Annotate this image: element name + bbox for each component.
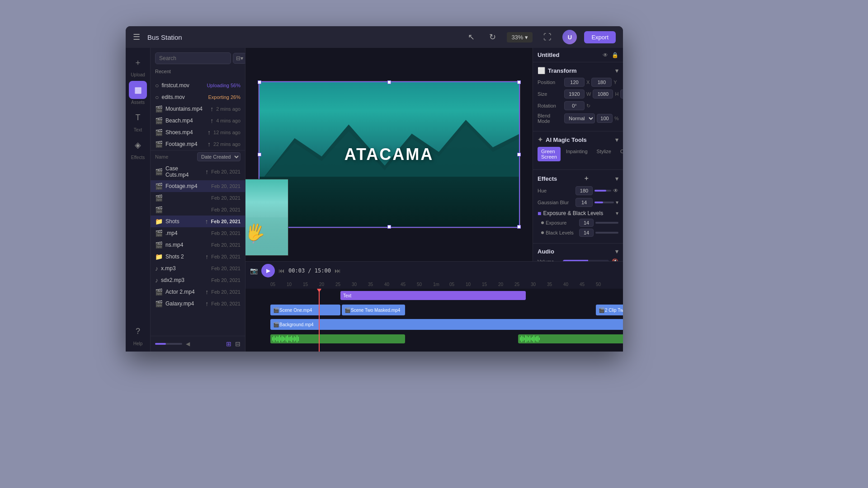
ruler-mark: 40	[563, 282, 580, 287]
audio-label: Audio	[538, 248, 554, 255]
sidebar-item-text[interactable]: T Text	[129, 108, 147, 132]
tab-color[interactable]: Color	[617, 147, 623, 161]
add-effect-button[interactable]: ＋	[583, 174, 590, 183]
black-levels-input[interactable]	[579, 229, 594, 237]
exposure-section-header[interactable]: ■ Exposure & Black Levels ▾	[538, 210, 618, 217]
file-item-casecuts[interactable]: 🎬 Case Cuts.mp4 ↑ Feb 20, 2021	[151, 163, 245, 180]
file-item-footage2[interactable]: 🎬 Footage.mp4 Feb 20, 2021	[151, 180, 245, 192]
black-levels-slider[interactable]	[595, 232, 618, 234]
sidebar-item-effects[interactable]: ◈ Effects	[129, 136, 147, 160]
file-item-shoes[interactable]: 🎬 Shoes.mp4 ↑ 12 mins ago	[151, 127, 245, 138]
search-input[interactable]	[155, 52, 231, 64]
audio-clip-2[interactable]	[518, 334, 623, 343]
position-y-input[interactable]	[591, 78, 612, 87]
file-time: 2 mins ago	[216, 106, 241, 112]
file-item-edits[interactable]: ○ edits.mov Exporting 26%	[151, 91, 245, 103]
tab-green-screen[interactable]: Green Screen	[538, 147, 561, 161]
ai-tabs: Green Screen Inpainting Stylize Color	[538, 147, 618, 161]
file-item-firstcut[interactable]: ○ firstcut.mov Uploading 56%	[151, 80, 245, 91]
black-levels-dot	[541, 231, 544, 234]
file-item-shots[interactable]: 📁 Shots ↑ Feb 20, 2021	[151, 216, 245, 227]
file-item-footage[interactable]: 🎬 Footage.mp4 ↑ 22 mins ago	[151, 138, 245, 150]
file-export-icon: ○	[155, 94, 159, 101]
effects-icon[interactable]: ◈	[129, 136, 147, 154]
rotate-tool-icon[interactable]: ↻	[486, 30, 500, 44]
exposure-expand-icon[interactable]: ▾	[616, 210, 618, 216]
clip-two-clip[interactable]: 🎬 2 Clip Two.mp4	[596, 305, 623, 315]
camera-icon[interactable]: 📷	[250, 267, 258, 274]
file-item-clip5[interactable]: 🎬 .mp4 Feb 20, 2021	[151, 227, 245, 239]
blur-expand-icon[interactable]: ▾	[616, 199, 618, 206]
sidebar-item-upload[interactable]: ＋ Upload	[129, 53, 147, 77]
ai-magic-chevron[interactable]: ▾	[615, 136, 618, 143]
hue-input[interactable]	[576, 186, 593, 195]
exposure-input[interactable]	[579, 219, 594, 227]
scene-one-clip[interactable]: 🎬 Scene One.mp4	[270, 305, 340, 315]
menu-icon[interactable]: ☰	[133, 32, 140, 42]
exposure-dot	[541, 221, 544, 224]
audio-clip-1[interactable]	[270, 334, 405, 343]
tab-inpainting[interactable]: Inpainting	[562, 147, 591, 161]
right-panel: Untitled 👁 🔒 ⬜ Transform ▾	[533, 48, 623, 261]
audio-header: Audio ▾	[538, 248, 618, 255]
cursor-tool-icon[interactable]: ↖	[464, 30, 478, 44]
text-icon[interactable]: T	[129, 108, 147, 127]
zoom-button[interactable]: 33% ▾	[507, 32, 533, 42]
fullscreen-icon[interactable]: ⛶	[540, 31, 555, 44]
file-item-mp3[interactable]: ♪ x.mp3 Feb 20, 2021	[151, 263, 245, 274]
audio-chevron[interactable]: ▾	[615, 248, 618, 255]
floating-preview: 🦩 🦩 🦩 🦩 🦩 🖐	[245, 179, 288, 256]
effects-section: Effects ＋ ▾ Hue 👁	[533, 170, 623, 244]
grid-view-icon[interactable]: ⊞	[226, 340, 231, 347]
next-icon[interactable]: ⏭	[335, 267, 341, 274]
blend-pct[interactable]	[597, 114, 613, 123]
exposure-slider[interactable]	[595, 222, 618, 224]
file-item-beach[interactable]: 🎬 Beach.mp4 ↑ 4 mins ago	[151, 115, 245, 127]
effects-chevron[interactable]: ▾	[615, 175, 618, 182]
hue-slider[interactable]	[594, 190, 611, 192]
sort-select[interactable]: Date Created	[197, 152, 241, 161]
blur-input[interactable]	[576, 198, 593, 207]
scene-two-clip[interactable]: 🎬 Scene Two Masked.mp4	[342, 305, 405, 315]
file-item-clip4[interactable]: 🎬 Feb 20, 2021	[151, 204, 245, 216]
background-clip[interactable]: 🎬 Background.mp4	[270, 319, 623, 330]
hue-row: Hue 👁	[538, 186, 618, 195]
file-item-galaxy[interactable]: 🎬 Galaxy.mp4 ↑ Feb 20, 2021	[151, 298, 245, 310]
position-x-input[interactable]	[564, 78, 585, 87]
file-name: Footage.mp4	[165, 183, 208, 189]
size-extra-input[interactable]	[620, 89, 623, 99]
hue-label: Hue	[538, 188, 574, 193]
file-item-clip6[interactable]: 🎬 ns.mp4 Feb 20, 2021	[151, 239, 245, 251]
text-clip[interactable]: Text	[340, 291, 526, 300]
filter-button[interactable]: ⊟▾	[233, 53, 246, 64]
file-item-actor2[interactable]: 🎬 Actor 2.mp4 ↑ Feb 20, 2021	[151, 286, 245, 298]
tab-stylize[interactable]: Stylize	[593, 147, 615, 161]
file-item-shots2[interactable]: 📁 Shots 2 ↑ Feb 20, 2021	[151, 251, 245, 263]
file-item-sdx2[interactable]: ♪ sdx2.mp3 Feb 20, 2021	[151, 274, 245, 286]
size-w-input[interactable]	[564, 89, 585, 99]
file-item-mountains[interactable]: 🎬 Mountains.mp4 ↑ 2 mins ago	[151, 103, 245, 115]
ruler-mark: 15	[303, 282, 319, 287]
ruler-mark: 45	[580, 282, 596, 287]
list-view-icon[interactable]: ⊟	[235, 340, 241, 347]
sidebar-item-assets[interactable]: ▦ Assets	[129, 81, 147, 105]
rotation-input[interactable]	[564, 101, 585, 110]
lock-icon[interactable]: 🔒	[612, 52, 618, 58]
canvas-area: 🦩 🦩 🦩 🦩 🦩 🖐	[245, 48, 533, 261]
sidebar-item-help[interactable]: ? Help	[129, 322, 147, 346]
hue-eye-icon[interactable]: 👁	[613, 188, 618, 194]
assets-icon[interactable]: ▦	[129, 81, 147, 99]
play-button[interactable]: ▶	[261, 264, 275, 277]
clip-label-3: 2 Clip Two.mp4	[605, 308, 623, 313]
eye-icon[interactable]: 👁	[603, 52, 608, 58]
export-button[interactable]: Export	[584, 31, 616, 43]
file-item-clip3[interactable]: 🎬 Feb 20, 2021	[151, 192, 245, 204]
size-h-input[interactable]	[593, 89, 613, 99]
transform-chevron[interactable]: ▾	[615, 67, 618, 74]
blur-slider[interactable]	[594, 202, 614, 203]
playhead[interactable]	[319, 289, 320, 352]
blend-select[interactable]: Normal	[564, 113, 595, 123]
prev-icon[interactable]: ⏮	[278, 267, 285, 274]
upload-icon[interactable]: ＋	[129, 53, 147, 71]
help-icon[interactable]: ?	[129, 322, 147, 340]
